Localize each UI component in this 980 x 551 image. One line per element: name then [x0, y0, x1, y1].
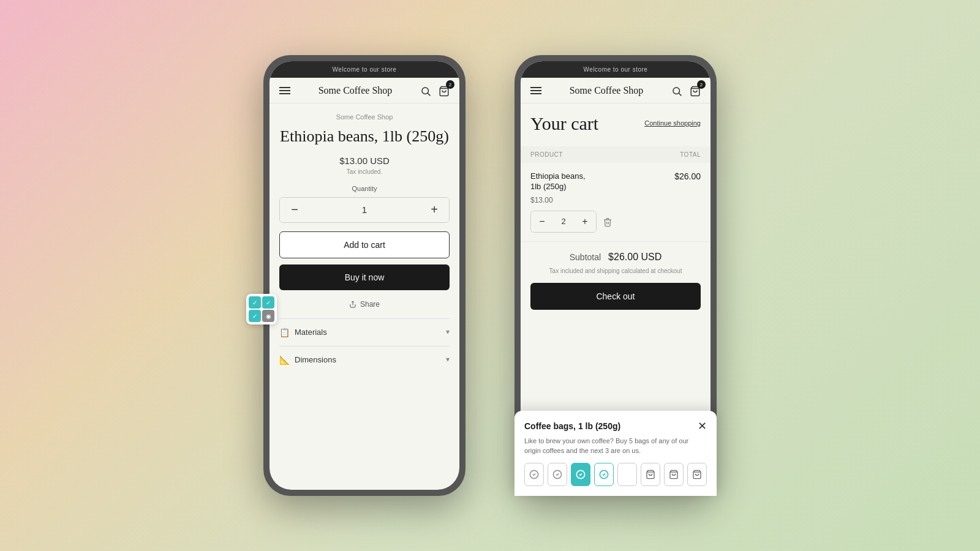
cart-header-icons: 2 — [671, 84, 701, 97]
subtotal-label: Subtotal — [570, 252, 601, 262]
quantity-increase-button[interactable]: + — [420, 198, 449, 222]
quantity-label: Quantity — [279, 185, 450, 192]
store-title: Some Coffee Shop — [318, 84, 393, 96]
announcement-bar-cart: Welcome to our store — [521, 61, 710, 78]
ann-check-2: ✓ — [262, 296, 274, 309]
subtotal-section: Subtotal $26.00 USD Tax included and shi… — [521, 242, 710, 320]
materials-chevron: ▾ — [446, 328, 450, 337]
svg-point-4 — [673, 88, 680, 94]
popup-option-4[interactable] — [594, 463, 614, 486]
cart-menu-line-1 — [530, 87, 541, 88]
share-button[interactable]: Share — [279, 300, 450, 309]
menu-button[interactable] — [279, 87, 290, 94]
product-page: Some Coffee Shop Ethiopia beans, 1lb (25… — [270, 103, 459, 490]
dimensions-icon: 📐 — [279, 355, 290, 365]
cart-quantity-value: 2 — [553, 217, 574, 226]
materials-label: Materials — [295, 328, 327, 337]
popup-description: Like to brew your own coffee? Buy 5 bags… — [524, 437, 707, 455]
cart-menu-button[interactable] — [530, 87, 541, 94]
cart-menu-line-3 — [530, 93, 541, 94]
popup-option-6[interactable] — [641, 463, 660, 486]
store-label: Some Coffee Shop — [279, 113, 450, 121]
cart-button[interactable]: 2 — [439, 84, 450, 97]
checkout-button[interactable]: Check out — [530, 283, 701, 310]
cart-cart-badge: 2 — [697, 80, 706, 89]
cart-quantity-decrease-button[interactable]: − — [531, 211, 553, 232]
announcement-bar: Welcome to our store — [270, 61, 459, 78]
phone-cart: Welcome to our store Some Coffee Shop — [514, 55, 717, 496]
cart-item-price: $13.00 — [530, 196, 701, 204]
add-to-cart-button[interactable]: Add to cart — [279, 231, 450, 258]
cart-item: Ethiopia beans,1lb (250g) $26.00 $13.00 … — [521, 163, 710, 242]
remove-item-button[interactable] — [603, 216, 612, 227]
cart-cart-button[interactable]: 2 — [690, 84, 701, 97]
menu-line-3 — [279, 93, 290, 94]
upsell-popup: Coffee bags, 1 lb (250g) ✕ Like to brew … — [521, 411, 710, 490]
cart-store-title: Some Coffee Shop — [570, 84, 644, 96]
product-price: $13.00 USD — [279, 156, 450, 166]
column-total: TOTAL — [680, 151, 701, 158]
cart-menu-line-2 — [530, 90, 541, 91]
popup-option-7[interactable] — [664, 463, 684, 486]
ann-check-1: ✓ — [249, 296, 261, 309]
popup-option-1[interactable] — [524, 463, 544, 486]
quantity-control: − 1 + — [279, 197, 450, 223]
search-button[interactable] — [420, 84, 431, 97]
quantity-decrease-button[interactable]: − — [280, 198, 309, 222]
popup-options — [524, 463, 707, 486]
dimensions-chevron: ▾ — [446, 355, 450, 364]
menu-line-1 — [279, 87, 290, 88]
annotation-widget: ✓ ✓ ✓ ◉ — [246, 294, 277, 324]
popup-close-button[interactable]: ✕ — [698, 421, 707, 432]
svg-line-5 — [679, 93, 681, 96]
cart-title: Your cart — [530, 113, 598, 134]
cart-badge: 2 — [446, 80, 454, 89]
share-label: Share — [360, 300, 380, 309]
popup-option-3[interactable] — [571, 463, 590, 486]
ann-check-3: ✓ — [249, 310, 261, 322]
tax-note: Tax included. — [279, 168, 450, 175]
continue-shopping-link[interactable]: Continue shopping — [644, 119, 701, 127]
cart-table-header: PRODUCT TOTAL — [521, 146, 710, 163]
ann-radio: ◉ — [262, 310, 274, 322]
materials-accordion[interactable]: 📋 Materials ▾ — [279, 318, 450, 346]
cart-quantity-increase-button[interactable]: + — [574, 211, 596, 232]
svg-point-0 — [422, 88, 429, 94]
menu-line-2 — [279, 90, 290, 91]
cart-search-button[interactable] — [671, 84, 682, 97]
popup-option-2[interactable] — [548, 463, 567, 486]
subtotal-value: $26.00 USD — [608, 252, 662, 263]
product-title: Ethiopia beans, 1lb (250g) — [279, 127, 450, 147]
column-product: PRODUCT — [530, 151, 563, 158]
popup-option-5[interactable] — [617, 463, 637, 486]
dimensions-label: Dimensions — [295, 355, 336, 364]
header-icons: 2 — [420, 84, 450, 97]
phone-product: ✓ ✓ ✓ ◉ Welcome to our store Some Coffee… — [263, 55, 466, 496]
popup-option-8[interactable] — [687, 463, 707, 486]
header: Some Coffee Shop 2 — [270, 78, 459, 103]
quantity-value: 1 — [309, 204, 420, 215]
cart-quantity-control: − 2 + — [530, 211, 597, 233]
popup-title: Coffee bags, 1 lb (250g) — [524, 421, 620, 431]
dimensions-accordion[interactable]: 📐 Dimensions ▾ — [279, 346, 450, 373]
buy-now-button[interactable]: Buy it now — [279, 264, 450, 290]
cart-item-name: Ethiopia beans,1lb (250g) — [530, 171, 586, 192]
svg-line-1 — [428, 93, 430, 96]
tax-shipping-note: Tax included and shipping calculated at … — [530, 268, 701, 274]
cart-header: Some Coffee Shop 2 — [521, 78, 710, 103]
cart-item-total: $26.00 — [674, 171, 701, 181]
materials-icon: 📋 — [279, 328, 290, 337]
